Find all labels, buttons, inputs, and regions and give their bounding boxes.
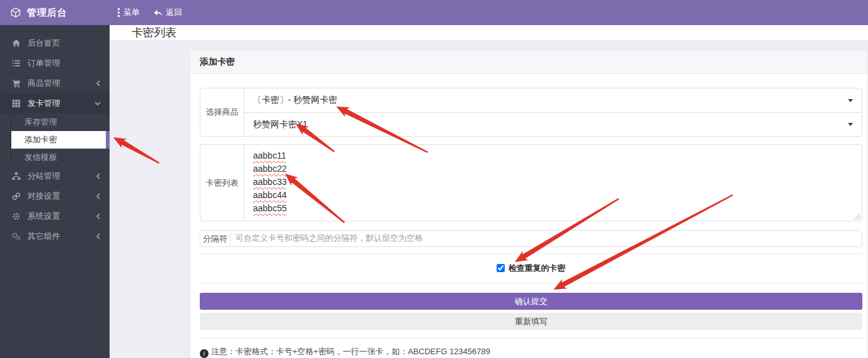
card-management-submenu: 库存管理 添加卡密 发信模板 xyxy=(11,113,110,166)
separator-input[interactable] xyxy=(230,231,862,245)
product-category-select[interactable]: 〔卡密〕- 秒赞网卡密 xyxy=(244,88,862,112)
link-icon xyxy=(11,192,21,201)
gears-icon xyxy=(11,232,21,241)
subitem-label: 库存管理 xyxy=(24,117,57,128)
page-title-bar: 卡密列表 xyxy=(110,25,868,41)
brand: 管理后台 xyxy=(0,7,110,19)
chevron-left-icon xyxy=(96,233,101,240)
card-list-textarea[interactable]: aabbc11aabbc22aabbc33aabbc44aabbc55 xyxy=(244,145,862,221)
sidebar-item-label: 商品管理 xyxy=(28,78,90,89)
divider xyxy=(200,253,862,254)
sidebar-item-label: 对接设置 xyxy=(28,191,90,202)
back-button[interactable]: 返回 xyxy=(153,7,182,18)
product-select-group: 选择商品 〔卡密〕- 秒赞网卡密 秒赞网卡密X1 xyxy=(200,88,862,137)
sidebar-item-system-settings[interactable]: 系统设置 xyxy=(0,206,110,226)
menu-label: 菜单 xyxy=(123,7,140,18)
reset-button[interactable]: 重新填写 xyxy=(200,313,862,330)
separator-group: 分隔符 xyxy=(200,230,862,247)
note-text-1: 注意：卡密格式：卡号+空格+密码，一行一张卡，如：ABCDEFG 1234567… xyxy=(211,347,490,356)
page-title: 卡密列表 xyxy=(132,25,177,40)
chevron-left-icon xyxy=(96,213,101,219)
select-caret-icon xyxy=(848,123,853,126)
card-line: aabbc11 xyxy=(253,149,286,162)
select-caret-icon xyxy=(848,99,853,102)
product-category-select-value: 〔卡密〕- 秒赞网卡密 xyxy=(253,95,338,106)
gear-icon xyxy=(11,212,21,221)
chevron-left-icon xyxy=(96,80,101,87)
product-select-label: 选择商品 xyxy=(200,88,244,136)
cart-icon xyxy=(11,79,21,88)
sidebar-item-label: 系统设置 xyxy=(28,211,90,222)
sidebar-subitem-stock[interactable]: 库存管理 xyxy=(11,113,110,131)
card-line: aabbc33 xyxy=(253,176,287,189)
sidebar-item-orders[interactable]: 订单管理 xyxy=(0,53,110,73)
card-list-group: 卡密列表 aabbc11aabbc22aabbc33aabbc44aabbc55 xyxy=(200,144,862,221)
card-list-label: 卡密列表 xyxy=(200,145,244,221)
home-icon xyxy=(11,39,21,48)
sitemap-icon xyxy=(11,172,21,181)
chevron-down-icon xyxy=(95,101,101,106)
duplicate-check-checkbox[interactable] xyxy=(497,264,505,272)
top-bar: 管理后台 菜单 返回 xyxy=(0,0,868,25)
card-line: aabbc22 xyxy=(253,162,287,176)
order-list-icon xyxy=(11,59,21,68)
chevron-left-icon xyxy=(96,193,101,199)
divider xyxy=(200,283,862,283)
sidebar: 后台首页 订单管理 商品管理 发卡管理 库存管理 添加卡密 发信模板 分站管理 xyxy=(0,25,110,358)
content-area: 添加卡密 选择商品 〔卡密〕- 秒赞网卡密 秒赞网卡密X1 xyxy=(110,41,868,358)
card-line: aabbc55 xyxy=(253,202,287,215)
product-item-select-value: 秒赞网卡密X1 xyxy=(253,119,307,130)
separator-label: 分隔符 xyxy=(200,231,230,246)
card-line: aabbc44 xyxy=(253,189,287,202)
app-title: 管理后台 xyxy=(27,7,67,19)
sidebar-item-card-management[interactable]: 发卡管理 xyxy=(0,93,110,113)
duplicate-check-label: 检查重复的卡密 xyxy=(509,263,566,273)
panel-header: 添加卡密 xyxy=(190,51,867,74)
sidebar-item-label: 其它组件 xyxy=(28,231,90,242)
sidebar-item-label: 分站管理 xyxy=(28,171,90,182)
sidebar-item-label: 后台首页 xyxy=(28,38,101,49)
duplicate-check-row: 检查重复的卡密 xyxy=(200,260,862,276)
sidebar-item-products[interactable]: 商品管理 xyxy=(0,73,110,93)
reply-arrow-icon xyxy=(153,9,163,17)
subitem-label: 发信模板 xyxy=(24,152,57,163)
add-card-panel: 添加卡密 选择商品 〔卡密〕- 秒赞网卡密 秒赞网卡密X1 xyxy=(190,50,868,358)
note-line-1: i注意：卡密格式：卡号+空格+密码，一行一张卡，如：ABCDEFG 123456… xyxy=(200,345,862,358)
product-item-select[interactable]: 秒赞网卡密X1 xyxy=(244,112,862,136)
sidebar-subitem-mail-template[interactable]: 发信模板 xyxy=(11,149,110,166)
sidebar-item-api-settings[interactable]: 对接设置 xyxy=(0,186,110,206)
sidebar-item-home[interactable]: 后台首页 xyxy=(0,33,110,53)
info-icon: i xyxy=(200,349,209,358)
sidebar-subitem-add-card[interactable]: 添加卡密 xyxy=(11,131,110,149)
sidebar-item-other-components[interactable]: 其它组件 xyxy=(0,226,110,246)
back-label: 返回 xyxy=(166,7,182,18)
sidebar-item-substation[interactable]: 分站管理 xyxy=(0,166,110,186)
menu-toggle-button[interactable]: 菜单 xyxy=(117,7,140,18)
grid-icon xyxy=(11,99,21,108)
subitem-label: 添加卡密 xyxy=(24,134,57,145)
submit-button[interactable]: 确认提交 xyxy=(200,293,862,310)
duplicate-check-label-wrap[interactable]: 检查重复的卡密 xyxy=(497,263,566,273)
sidebar-item-label: 订单管理 xyxy=(28,58,101,69)
note-block: i注意：卡密格式：卡号+空格+密码，一行一张卡，如：ABCDEFG 123456… xyxy=(200,338,862,358)
sidebar-item-label: 发卡管理 xyxy=(28,98,88,109)
cube-logo-icon xyxy=(10,7,21,18)
chevron-left-icon xyxy=(96,173,101,179)
menu-dots-icon xyxy=(117,8,120,17)
